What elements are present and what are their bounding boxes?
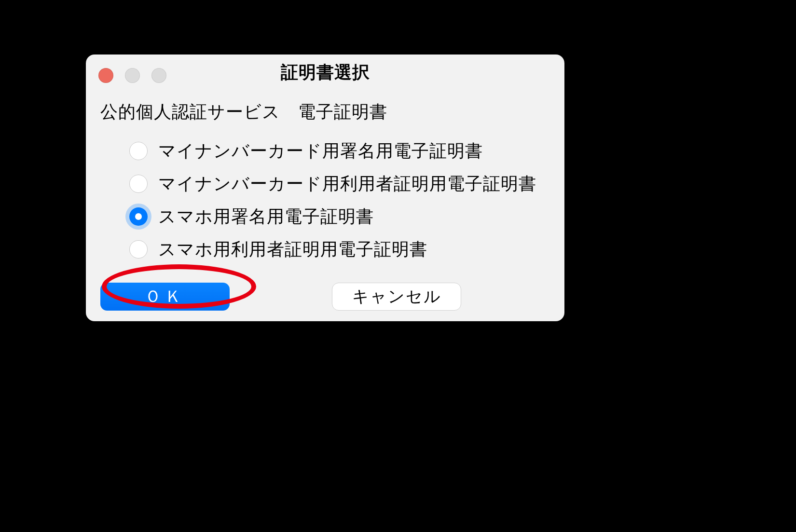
radio-smartphone-signature[interactable]: スマホ用署名用電子証明書 <box>129 200 550 233</box>
certificate-select-dialog: 証明書選択 公的個人認証サービス 電子証明書 マイナンバーカード用署名用電子証明… <box>86 55 564 321</box>
cancel-button[interactable]: キャンセル <box>332 283 461 311</box>
ok-button[interactable]: ＯＫ <box>100 283 230 311</box>
radio-icon <box>129 175 148 193</box>
radio-icon <box>129 240 148 259</box>
radio-label: スマホ用利用者証明用電子証明書 <box>158 238 427 261</box>
titlebar: 証明書選択 <box>86 55 564 91</box>
radio-mynumber-user-auth[interactable]: マイナンバーカード用利用者証明用電子証明書 <box>129 167 550 200</box>
section-heading: 公的個人認証サービス 電子証明書 <box>100 100 550 124</box>
window-title: 証明書選択 <box>86 61 564 84</box>
certificate-radio-group: マイナンバーカード用署名用電子証明書 マイナンバーカード用利用者証明用電子証明書… <box>100 135 550 266</box>
radio-icon <box>129 142 148 160</box>
button-row: ＯＫ キャンセル <box>100 283 550 311</box>
radio-mynumber-signature[interactable]: マイナンバーカード用署名用電子証明書 <box>129 135 550 167</box>
radio-smartphone-user-auth[interactable]: スマホ用利用者証明用電子証明書 <box>129 233 550 266</box>
radio-label: スマホ用署名用電子証明書 <box>158 205 374 229</box>
dialog-content: 公的個人認証サービス 電子証明書 マイナンバーカード用署名用電子証明書 マイナン… <box>86 91 564 266</box>
radio-icon <box>129 207 148 226</box>
radio-label: マイナンバーカード用利用者証明用電子証明書 <box>158 172 536 196</box>
radio-label: マイナンバーカード用署名用電子証明書 <box>158 139 483 163</box>
